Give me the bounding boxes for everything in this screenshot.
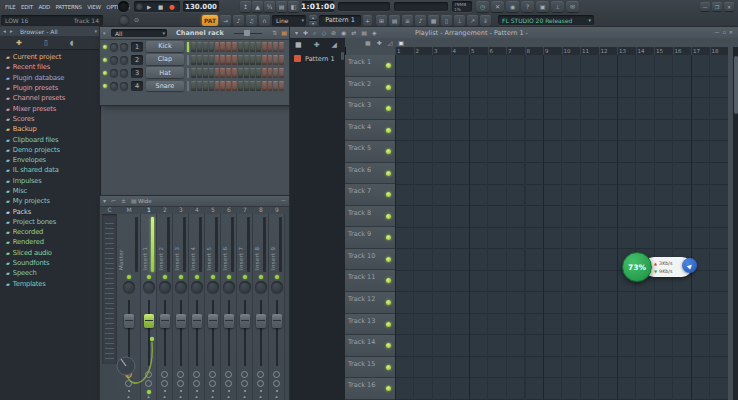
- step-cell[interactable]: [262, 42, 267, 52]
- channel-volume-knob[interactable]: [120, 43, 128, 51]
- step-cell[interactable]: [191, 68, 196, 78]
- rack-swing-handle[interactable]: [244, 30, 250, 36]
- pattern-spinner-up[interactable]: ▴: [309, 15, 317, 21]
- step-cell[interactable]: [238, 68, 243, 78]
- playlist-close-button[interactable]: ✕: [729, 29, 733, 35]
- picker-patterns-icon[interactable]: ▦: [295, 41, 302, 49]
- ruler-bar[interactable]: 11: [580, 47, 599, 55]
- channel-pan-knob[interactable]: [110, 82, 118, 90]
- step-cell[interactable]: [250, 42, 255, 52]
- step-cell[interactable]: [279, 81, 284, 91]
- paint-mode-icon[interactable]: ▣: [398, 39, 404, 46]
- browser-item[interactable]: ▰My projects: [0, 196, 100, 206]
- step-cell[interactable]: [226, 68, 231, 78]
- playlist-scrollbar[interactable]: [733, 47, 738, 400]
- browser-item[interactable]: ▰IL shared data: [0, 165, 100, 175]
- channel-led[interactable]: [103, 71, 107, 75]
- chevron-down-icon[interactable]: ▾: [103, 30, 106, 36]
- browser-item[interactable]: ▰Rendered: [0, 237, 100, 247]
- browser-item[interactable]: ▰Project bones: [0, 217, 100, 227]
- minimize-button[interactable]: —: [700, 2, 710, 11]
- step-cell[interactable]: [191, 42, 196, 52]
- stop-button[interactable]: ■: [158, 4, 163, 10]
- step-cell[interactable]: [226, 55, 231, 65]
- channel-volume-knob[interactable]: [120, 69, 128, 77]
- ruler-bar[interactable]: 18: [710, 47, 729, 55]
- ruler-bar[interactable]: 17: [691, 47, 710, 55]
- browser-add-tab-icon[interactable]: ✚: [16, 39, 22, 47]
- menu-patterns[interactable]: PATTERNS: [54, 3, 84, 11]
- step-cell[interactable]: [209, 42, 214, 52]
- channel-rack-titlebar[interactable]: ▾ All ▾ Channel rack ⇅▤: [100, 27, 290, 40]
- step-cell[interactable]: [238, 42, 243, 52]
- ruler-bar[interactable]: 8: [525, 47, 544, 55]
- step-cell[interactable]: [279, 55, 284, 65]
- step-cell[interactable]: [209, 55, 214, 65]
- channel-name-button[interactable]: Kick: [146, 41, 184, 52]
- step-cell[interactable]: [203, 68, 208, 78]
- rack-menu-icon[interactable]: ▤: [281, 29, 287, 36]
- news-panel[interactable]: FL STUDIO 20 Released ▾: [498, 15, 594, 25]
- step-cell[interactable]: [197, 55, 202, 65]
- playlist-track-header[interactable]: Track 4: [345, 120, 395, 142]
- browser-item[interactable]: ▰Current project: [0, 52, 100, 62]
- playlist-track-header[interactable]: Track 13: [345, 314, 395, 336]
- step-cell[interactable]: [238, 81, 243, 91]
- ruler-bar[interactable]: 14: [636, 47, 655, 55]
- help-icon[interactable]: ?: [521, 1, 534, 12]
- step-cell[interactable]: [226, 81, 231, 91]
- piano-roll-toggle-icon[interactable]: ▤: [389, 15, 400, 26]
- note-icon[interactable]: ♪: [233, 15, 244, 26]
- step-cell[interactable]: [273, 42, 278, 52]
- browser-item[interactable]: ▰Clipboard files: [0, 134, 100, 144]
- step-cell[interactable]: [268, 42, 273, 52]
- browser-item[interactable]: ▰Misc: [0, 186, 100, 196]
- ruler-bar[interactable]: 3: [432, 47, 451, 55]
- step-edit-arrow-icon[interactable]: →: [220, 15, 231, 26]
- playlist-grid-menu-icon[interactable]: ▦: [365, 39, 371, 46]
- browser-item[interactable]: ▰Plugin presets: [0, 83, 100, 93]
- playlist-track-header[interactable]: Track 12: [345, 292, 395, 314]
- step-cell[interactable]: [244, 81, 249, 91]
- playlist-track-header[interactable]: Track 5: [345, 141, 395, 163]
- menu-file[interactable]: FILE: [3, 3, 18, 11]
- mute-tool-icon[interactable]: ◉: [341, 29, 346, 37]
- step-cell[interactable]: [232, 81, 237, 91]
- menu-edit[interactable]: EDIT: [19, 3, 35, 11]
- step-cell[interactable]: [215, 81, 220, 91]
- step-cell[interactable]: [268, 81, 273, 91]
- mic-stand-icon[interactable]: ⊥: [551, 1, 564, 12]
- step-cell[interactable]: [220, 42, 225, 52]
- channel-led[interactable]: [103, 45, 107, 49]
- ruler-bar[interactable]: 5: [469, 47, 488, 55]
- mixer-toggle-icon[interactable]: ♪: [415, 15, 426, 26]
- step-cell[interactable]: [220, 55, 225, 65]
- step-cell[interactable]: [273, 55, 278, 65]
- play-button[interactable]: ▶: [147, 4, 151, 10]
- channel-volume-knob[interactable]: [120, 56, 128, 64]
- ruler-bar[interactable]: 7: [506, 47, 525, 55]
- channel-number[interactable]: 1: [131, 42, 143, 52]
- channel-name-button[interactable]: Hat: [146, 67, 184, 78]
- step-cell[interactable]: [226, 42, 231, 52]
- slide-tool-icon[interactable]: ◿: [388, 39, 393, 46]
- playlist-track-led[interactable]: [386, 171, 391, 176]
- browser-item[interactable]: ▰Channel presets: [0, 93, 100, 103]
- playlist-maximize-button[interactable]: ▫: [722, 29, 725, 35]
- step-cell[interactable]: [244, 55, 249, 65]
- cut-itself-icon[interactable]: ✕: [491, 1, 504, 12]
- wait-input-icon[interactable]: ▤: [276, 1, 287, 12]
- step-cell[interactable]: [203, 42, 208, 52]
- browser-item[interactable]: ▰Mixer presets: [0, 103, 100, 113]
- snap-magnet-icon[interactable]: ∩: [259, 15, 270, 26]
- channel-pan-knob[interactable]: [110, 56, 118, 64]
- step-cell[interactable]: [256, 55, 261, 65]
- browser-item[interactable]: ▰Scores: [0, 114, 100, 124]
- blend-record-icon[interactable]: ◧: [288, 1, 299, 12]
- step-cell[interactable]: [215, 42, 220, 52]
- metronome-icon[interactable]: ▲: [252, 1, 263, 12]
- step-cell[interactable]: [262, 55, 267, 65]
- add-pattern-icon[interactable]: ✚: [377, 39, 382, 46]
- rack-swing-slider[interactable]: [234, 33, 262, 34]
- step-cell[interactable]: [244, 68, 249, 78]
